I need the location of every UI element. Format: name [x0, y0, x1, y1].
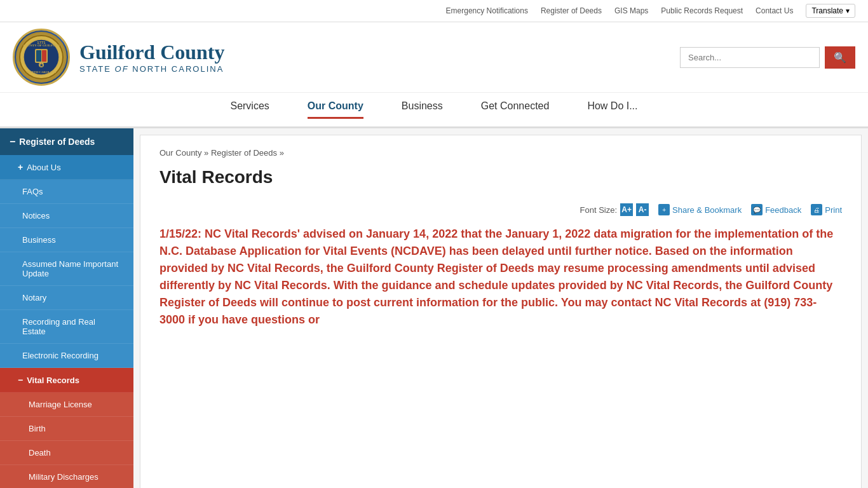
print-link[interactable]: 🖨 Print — [811, 204, 842, 215]
svg-text:NORTH CAROLINA: NORTH CAROLINA — [27, 71, 57, 74]
topbar-gis-maps[interactable]: GIS Maps — [614, 6, 648, 15]
site-title-block: Guilford County STATE of NORTH CAROLINA — [79, 41, 224, 74]
nav-get-connected[interactable]: Get Connected — [481, 100, 550, 119]
svg-rect-6 — [42, 50, 46, 62]
feedback-icon: 💬 — [751, 204, 763, 215]
svg-rect-5 — [36, 50, 41, 62]
sidebar-item-faqs[interactable]: FAQs — [0, 180, 133, 204]
sidebar-item-business[interactable]: Business — [0, 228, 133, 252]
county-seal: COUNTY OF GUILFORD NORTH CAROLINA ★ 1771 — [13, 29, 70, 86]
breadcrumb-register-of-deeds[interactable]: Register of Deeds — [211, 148, 277, 158]
sidebar-item-notary[interactable]: Notary — [0, 286, 133, 310]
sidebar-item-military-discharges[interactable]: Military Discharges — [0, 465, 133, 488]
font-size-controls: Font Size: A+ A- — [580, 203, 649, 216]
sidebar-item-notices[interactable]: Notices — [0, 204, 133, 228]
translate-button[interactable]: Translate ▾ — [806, 4, 855, 18]
topbar-emergency[interactable]: Emergency Notifications — [446, 6, 528, 15]
sidebar-item-assumed-name[interactable]: Assumed Name Important Update — [0, 252, 133, 286]
sidebar-item-about-us[interactable]: + About Us — [0, 155, 133, 180]
topbar-register-deeds[interactable]: Register of Deeds — [541, 6, 602, 15]
main-content: Our County » Register of Deeds » Vital R… — [140, 135, 862, 488]
header-logo-area: COUNTY OF GUILFORD NORTH CAROLINA ★ 1771… — [13, 29, 224, 86]
feedback-link[interactable]: 💬 Feedback — [751, 204, 801, 215]
search-button[interactable]: 🔍 — [825, 46, 855, 69]
alert-paragraph: 1/15/22: NC Vital Records' advised on Ja… — [159, 226, 842, 329]
topbar-contact-us[interactable]: Contact Us — [756, 6, 793, 15]
sidebar-item-recording[interactable]: Recording and Real Estate — [0, 310, 133, 344]
chevron-down-icon: ▾ — [846, 6, 850, 15]
sidebar-item-vital-records[interactable]: − Vital Records — [0, 368, 133, 393]
font-increase-button[interactable]: A+ — [620, 203, 633, 216]
breadcrumb-our-county[interactable]: Our County — [159, 148, 201, 158]
sidebar-item-electronic-recording[interactable]: Electronic Recording — [0, 344, 133, 368]
top-bar: Emergency Notifications Register of Deed… — [0, 0, 868, 22]
svg-text:1771: 1771 — [37, 41, 46, 44]
nav-our-county[interactable]: Our County — [308, 100, 363, 119]
share-icon: + — [658, 204, 670, 215]
nav-business[interactable]: Business — [402, 100, 443, 119]
page-title: Vital Records — [159, 167, 842, 194]
sidebar-item-death[interactable]: Death — [0, 441, 133, 465]
sidebar-collapse-icon[interactable]: − — [10, 136, 15, 147]
expand-icon: + — [18, 162, 23, 172]
svg-text:★: ★ — [39, 63, 44, 67]
breadcrumb: Our County » Register of Deeds » — [159, 148, 842, 158]
topbar-public-records[interactable]: Public Records Request — [661, 6, 743, 15]
sidebar-item-birth[interactable]: Birth — [0, 417, 133, 441]
sidebar: − Register of Deeds + About Us FAQs Noti… — [0, 128, 133, 488]
print-icon: 🖨 — [811, 204, 822, 215]
share-bookmark-link[interactable]: + Share & Bookmark — [658, 204, 742, 215]
site-header: COUNTY OF GUILFORD NORTH CAROLINA ★ 1771… — [0, 22, 868, 93]
nav-services[interactable]: Services — [230, 100, 269, 119]
collapse-icon: − — [18, 375, 23, 385]
content-toolbar: Font Size: A+ A- + Share & Bookmark 💬 Fe… — [159, 203, 842, 216]
header-search-area: 🔍 — [680, 46, 855, 69]
site-name: Guilford County — [79, 41, 224, 64]
search-input[interactable] — [680, 47, 820, 68]
state-name: STATE of NORTH CAROLINA — [79, 64, 224, 74]
main-nav: Services Our County Business Get Connect… — [0, 93, 868, 128]
sidebar-item-marriage-license[interactable]: Marriage License — [0, 393, 133, 417]
search-icon: 🔍 — [834, 52, 846, 63]
nav-how-do-i[interactable]: How Do I... — [587, 100, 637, 119]
sidebar-title: − Register of Deeds — [0, 128, 133, 155]
font-decrease-button[interactable]: A- — [636, 203, 649, 216]
content-wrapper: − Register of Deeds + About Us FAQs Noti… — [0, 128, 868, 488]
